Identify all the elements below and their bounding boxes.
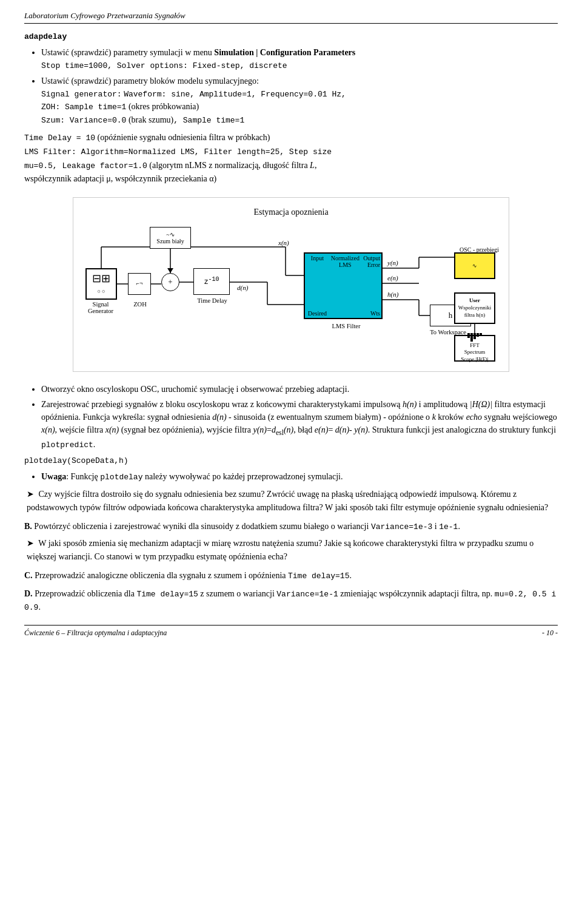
svg-marker-11 [167,268,173,273]
footer-left: Ćwiczenie 6 – Filtracja optymalna i adap… [24,629,167,638]
text-lms-params: Time Delay = 10 (opóźnienie sygnału odni… [24,131,558,186]
arrow-icon-2: ➤ [27,539,34,548]
bullet-item-1: Ustawić (sprawdzić) parametry symulacji … [41,46,558,72]
osc-label: OSC - przebiegi [450,246,499,253]
post-diagram-bullets: Otworzyć okno oscyloskopu OSC, uruchomić… [24,383,558,451]
szum-bialy-label: ~∿ [166,231,174,238]
user-block: UserWspolczynnikifiltra h(n) [454,292,495,324]
en-label: e(n) [387,274,398,282]
lms-label: LMS Filter [310,323,383,329]
uwaga-item: Uwaga: Funkcję plotdelay należy wywoływa… [41,470,558,484]
hn-label: h(n) [387,291,398,298]
time-delay-label: Time Delay [191,297,233,304]
footer-right: - 10 - [542,629,558,638]
d-label: D. [24,589,33,598]
zoh-label-under-sig: ZOH [127,301,153,308]
signal-gen-block: ⊟⊞○ ○ [85,268,117,300]
signal-gen-label: Signal Generator [82,301,119,314]
header-title: Laboratorium Cyfrowego Przetwarzania Syg… [24,11,186,20]
time-delay-block: z-10 [193,268,230,295]
lms-filter-block: Input NormalizedLMS OutputError Desired … [304,252,383,319]
xn-label: x(n) [278,239,289,246]
zoh-block: ⌐¬ [128,273,151,295]
section-b: B. Powtórzyć obliczenia i zarejestrować … [24,520,558,533]
question-2: ➤ W jaki sposób zmienia się mechanizm ad… [24,537,558,564]
section-c: C. Przeprowadzić analogiczne obliczenia … [24,569,558,582]
osc-block: ∿ [454,252,495,279]
page-header: Laboratorium Cyfrowego Przetwarzania Syg… [24,11,558,24]
uwaga-list: Uwaga: Funkcję plotdelay należy wywoływa… [24,470,558,484]
diagram-container: Estymacja opoznienia [73,197,509,372]
bullet-item-2: Ustawić (sprawdzić) parametry bloków mod… [41,75,558,127]
section-title: adapdelay [24,32,558,41]
question-1: ➤ Czy wyjście filtra dostroiło się do sy… [24,488,558,515]
section-d: D. Przeprowadzić obliczenia dla Time del… [24,587,558,614]
c-label: C. [24,571,33,580]
intro-bullet-list: Ustawić (sprawdzić) parametry symulacji … [24,46,558,126]
bullet-osc: Otworzyć okno oscyloskopu OSC, uruchomić… [41,383,558,396]
fft-block: FFTSpectrumScope |H(F)| [454,335,495,362]
sum-junction: + [161,273,179,291]
diagram-title: Estymacja opoznienia [79,207,503,217]
plotdelay-code: plotdelay(ScopeData,h) [24,456,558,465]
page-footer: Ćwiczenie 6 – Filtracja optymalna i adap… [24,625,558,638]
diagram-wires [79,226,504,365]
yn-label: y(n) [387,259,398,266]
arrow-icon-1: ➤ [27,490,34,499]
szum-bialy-block: ~∿ Szum biały [150,227,191,249]
b-label: B. [24,522,32,531]
diagram-inner: ~∿ Szum biały ⊟⊞○ ○ Signal Generator ZOH… [79,226,504,365]
dn-label: d(n) [237,284,248,291]
bullet-register: Zarejestrować przebiegi sygnałów z bloku… [41,398,558,451]
